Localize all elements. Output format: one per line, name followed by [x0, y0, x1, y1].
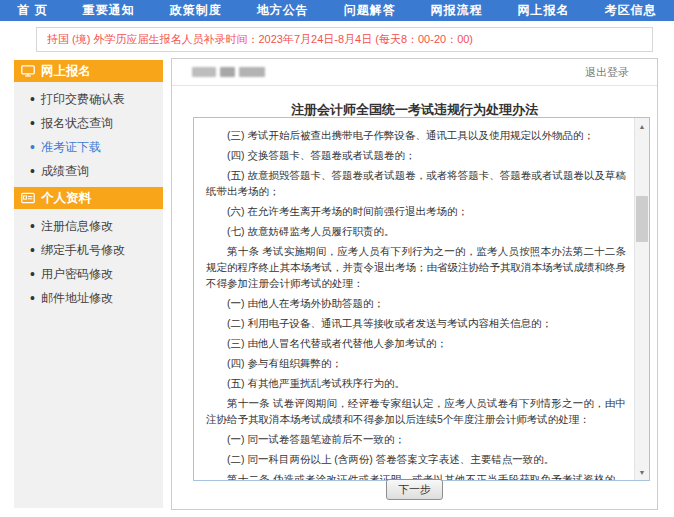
document-paragraph: (一) 由他人在考场外协助答题的； — [206, 295, 626, 311]
page: 首 页 重要通知 政策制度 地方公告 问题解答 网报流程 网上报名 考区信息 持… — [0, 0, 674, 517]
document-paragraph: (二) 利用电子设备、通讯工具等接收或者发送与考试内容相关信息的； — [206, 315, 626, 331]
nav-item-faq[interactable]: 问题解答 — [344, 2, 396, 19]
logout-link[interactable]: 退出登录 — [585, 65, 629, 80]
sidebar-item-admission-ticket-download[interactable]: • 准考证下载 — [14, 135, 163, 159]
button-row: 下一步 — [172, 479, 657, 500]
notice-bar: 持国 (境) 外学历应届生报名人员补录时间：2023年7月24日-8月4日 (每… — [36, 27, 653, 52]
document-paragraph: (一) 同一试卷答题笔迹前后不一致的； — [206, 431, 626, 447]
scroll-up-arrow-icon[interactable]: ▲ — [635, 119, 649, 133]
main-panel: 退出登录 注册会计师全国统一考试违规行为处理办法 (三) 考试开始后被查出携带电… — [171, 58, 658, 510]
document-content: (三) 考试开始后被查出携带电子作弊设备、通讯工具以及使用规定以外物品的； (四… — [194, 118, 634, 480]
sidebar-item-registration-info-edit[interactable]: • 注册信息修改 — [14, 214, 163, 238]
panel-header: 退出登录 — [172, 59, 657, 86]
sidebar-menu-online-registration: • 打印交费确认表 • 报名状态查询 • 准考证下载 • 成绩查询 — [14, 82, 163, 187]
sidebar-item-label: 注册信息修改 — [41, 218, 113, 235]
bullet-icon: • — [30, 219, 35, 233]
document-paragraph: (七) 故意妨碍监考人员履行职责的。 — [206, 223, 626, 239]
sidebar-item-label: 邮件地址修改 — [41, 290, 113, 307]
sidebar-item-bound-phone-edit[interactable]: • 绑定手机号修改 — [14, 238, 163, 262]
bullet-icon: • — [30, 164, 35, 178]
sidebar-item-registration-status[interactable]: • 报名状态查询 — [14, 111, 163, 135]
sidebar-item-password-edit[interactable]: • 用户密码修改 — [14, 262, 163, 286]
monitor-icon — [21, 65, 35, 77]
sidebar-section-title: 个人资料 — [41, 190, 91, 207]
id-card-icon — [21, 192, 35, 204]
scrollbar[interactable]: ▲ ▼ — [634, 118, 649, 480]
sidebar: 网上报名 • 打印交费确认表 • 报名状态查询 • 准考证下载 • 成绩查询 — [14, 60, 163, 508]
sidebar-item-label: 绑定手机号修改 — [41, 242, 125, 259]
document-paragraph: 第十一条 试卷评阅期间，经评卷专家组认定，应考人员试卷有下列情形之一的，由中注协… — [206, 395, 626, 427]
nav-item-policies[interactable]: 政策制度 — [170, 2, 222, 19]
sidebar-item-email-edit[interactable]: • 邮件地址修改 — [14, 286, 163, 310]
document-paragraph: (五) 有其他严重扰乱考试秩序行为的。 — [206, 375, 626, 391]
sidebar-item-label: 准考证下载 — [41, 139, 101, 156]
nav-item-registration-process[interactable]: 网报流程 — [431, 2, 483, 19]
document-paragraph: (六) 在允许考生离开考场的时间前强行退出考场的； — [206, 203, 626, 219]
bullet-icon: • — [30, 92, 35, 106]
bullet-icon: • — [30, 267, 35, 281]
nav-item-online-registration[interactable]: 网上报名 — [518, 2, 570, 19]
bullet-icon: • — [30, 243, 35, 257]
sidebar-item-print-payment-confirmation[interactable]: • 打印交费确认表 — [14, 87, 163, 111]
sidebar-item-label: 打印交费确认表 — [41, 91, 125, 108]
nav-item-important-notices[interactable]: 重要通知 — [83, 2, 135, 19]
bullet-icon: • — [30, 140, 35, 154]
sidebar-section-personal-info: 个人资料 — [14, 187, 163, 209]
sidebar-item-score-inquiry[interactable]: • 成绩查询 — [14, 159, 163, 183]
document-paragraph: (三) 考试开始后被查出携带电子作弊设备、通讯工具以及使用规定以外物品的； — [206, 127, 626, 143]
document-paragraph: (四) 参与有组织舞弊的； — [206, 355, 626, 371]
next-step-button[interactable]: 下一步 — [386, 479, 443, 500]
sidebar-item-label: 成绩查询 — [41, 163, 89, 180]
bullet-icon: • — [30, 116, 35, 130]
sidebar-section-online-registration: 网上报名 — [14, 60, 163, 82]
bullet-icon: • — [30, 291, 35, 305]
scroll-down-arrow-icon[interactable]: ▼ — [635, 465, 649, 479]
nav-item-exam-area-info[interactable]: 考区信息 — [604, 2, 656, 19]
sidebar-item-label: 报名状态查询 — [41, 115, 113, 132]
scrollbar-thumb[interactable] — [636, 196, 648, 242]
document-paragraph: (五) 故意损毁答题卡、答题卷或者试题卷，或者将答题卡、答题卷或者试题卷以及草稿… — [206, 167, 626, 199]
nav-item-home[interactable]: 首 页 — [17, 2, 47, 19]
top-nav: 首 页 重要通知 政策制度 地方公告 问题解答 网报流程 网上报名 考区信息 — [0, 0, 674, 21]
document-paragraph: (二) 同一科目两份以上 (含两份) 答卷答案文字表述、主要错点一致的。 — [206, 451, 626, 467]
document-scroll-area[interactable]: (三) 考试开始后被查出携带电子作弊设备、通讯工具以及使用规定以外物品的； (四… — [193, 117, 650, 481]
document-paragraph: (三) 由他人冒名代替或者代替他人参加考试的； — [206, 335, 626, 351]
sidebar-menu-personal-info: • 注册信息修改 • 绑定手机号修改 • 用户密码修改 • 邮件地址修改 — [14, 209, 163, 314]
sidebar-item-label: 用户密码修改 — [41, 266, 113, 283]
document-paragraph: 第十条 考试实施期间，应考人员有下列行为之一的，监考人员按照本办法第二十二条规定… — [206, 243, 626, 291]
notice-text: 持国 (境) 外学历应届生报名人员补录时间：2023年7月24日-8月4日 (每… — [47, 33, 473, 45]
sidebar-section-title: 网上报名 — [41, 63, 91, 80]
user-name-redacted — [192, 67, 265, 77]
document-paragraph: (四) 交换答题卡、答题卷或者试题卷的； — [206, 147, 626, 163]
nav-item-local-announcements[interactable]: 地方公告 — [257, 2, 309, 19]
